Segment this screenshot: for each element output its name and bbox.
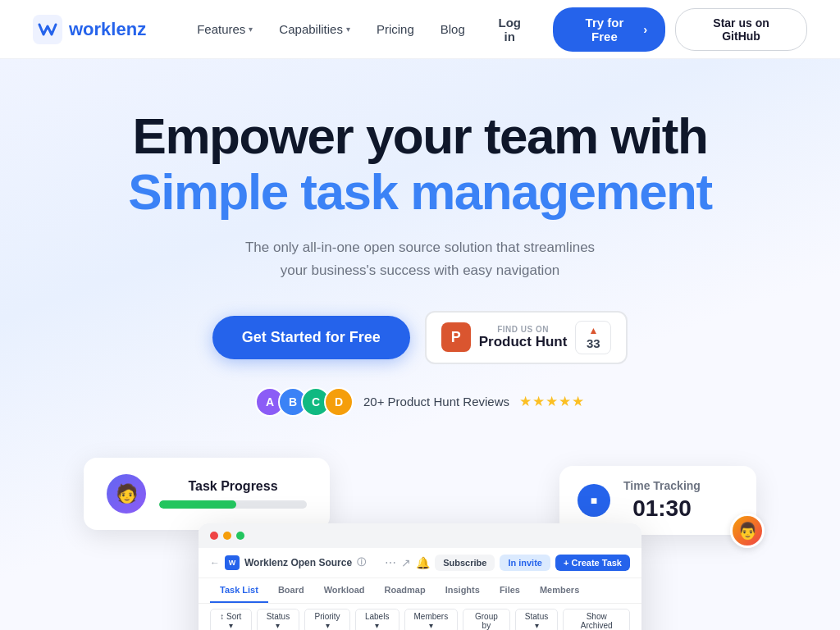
product-hunt-badge[interactable]: P FIND US ON Product Hunt ▲ 33 (425, 311, 628, 364)
tab-insights[interactable]: Insights (436, 578, 490, 603)
get-started-button[interactable]: Get Started for Free (212, 316, 410, 359)
ph-count: 33 (587, 336, 600, 350)
github-button[interactable]: Star us on GitHub (675, 8, 807, 51)
project-name: Worklenz Open Source (244, 557, 352, 568)
window-close-dot (210, 532, 218, 540)
stop-icon: ■ (591, 494, 597, 507)
logo-text-part2: lenz (111, 19, 146, 39)
members-filter[interactable]: Members ▾ (404, 609, 459, 630)
hero-title-line1: Empower your team with (133, 108, 708, 164)
tab-task-list[interactable]: Task List (210, 578, 268, 603)
time-tracking-label: Time Tracking (623, 479, 701, 492)
group-by-filter[interactable]: Group by (463, 609, 510, 630)
task-progress-card: 🧑 Task Progress (84, 458, 330, 530)
app-preview-area: 🧑 Task Progress ■ Time Tracking 01:30 👨 (84, 458, 756, 622)
nav-pricing[interactable]: Pricing (365, 16, 426, 43)
progress-bar-background (159, 500, 307, 509)
try-free-button[interactable]: Try for Free › (553, 7, 665, 52)
labels-filter[interactable]: Labels ▾ (355, 609, 399, 630)
navbar: worklenz Features ▾ Capabilities ▾ Prici… (0, 0, 840, 59)
tab-roadmap[interactable]: Roadmap (375, 578, 436, 603)
stars-rating: ★★★★★ (519, 393, 585, 410)
sort-filter[interactable]: ↕ Sort ▾ (210, 609, 252, 630)
time-tracking-value: 01:30 (623, 495, 701, 522)
window-actions: ⋯ ↗ 🔔 Subscribe In invite + Create Task (385, 555, 630, 571)
avatar: D (324, 387, 354, 417)
nav-blog[interactable]: Blog (429, 16, 477, 43)
window-titlebar (199, 523, 641, 548)
window-topbar: ← W Worklenz Open Source ⓘ ⋯ ↗ 🔔 Subscri… (199, 548, 641, 578)
progress-bar-fill (159, 500, 236, 509)
task-avatar: 🧑 (107, 474, 146, 514)
task-progress-title: Task Progress (159, 479, 307, 494)
ph-arrow-icon: ▲ (588, 325, 598, 336)
tab-board[interactable]: Board (268, 578, 314, 603)
share-icon: ↗ (401, 556, 411, 569)
tab-files[interactable]: Files (490, 578, 530, 603)
back-icon: ← (210, 557, 220, 568)
time-tracking-user-avatar: 👨 (730, 514, 765, 548)
nav-right-actions: Log in Try for Free › Star us on GitHub (477, 7, 807, 52)
nav-links: Features ▾ Capabilities ▾ Pricing Blog (185, 16, 477, 43)
window-minimize-dot (223, 532, 231, 540)
login-button[interactable]: Log in (477, 9, 543, 50)
ph-product-hunt-label: Product Hunt (479, 334, 568, 350)
project-icon: W (225, 555, 240, 570)
logo-text-part1: work (69, 19, 111, 39)
ph-find-us-text: FIND US ON (479, 325, 568, 334)
breadcrumb: ← W Worklenz Open Source ⓘ (210, 555, 378, 570)
hero-title-line2: Simple task management (128, 164, 711, 220)
invite-button[interactable]: In invite (500, 555, 550, 571)
hero-section: Empower your team with Simple task manag… (0, 59, 840, 622)
status-group-filter[interactable]: Status ▾ (515, 609, 559, 630)
cta-row: Get Started for Free P FIND US ON Produc… (212, 311, 628, 364)
more-icon: ⋯ (385, 556, 396, 569)
window-maximize-dot (236, 532, 244, 540)
nav-capabilities[interactable]: Capabilities ▾ (267, 16, 362, 43)
info-icon: ⓘ (357, 556, 366, 568)
product-hunt-logo: P (441, 322, 471, 352)
arrow-icon: › (643, 22, 647, 36)
subscribe-button[interactable]: Subscribe (435, 555, 495, 571)
ph-upvote-box[interactable]: ▲ 33 (575, 321, 611, 354)
show-archived-button[interactable]: Show Archived (563, 609, 630, 630)
create-task-button[interactable]: + Create Task (555, 555, 630, 571)
time-tracking-stop-button[interactable]: ■ (578, 484, 610, 517)
priority-filter[interactable]: Priority ▾ (304, 609, 349, 630)
logo[interactable]: worklenz (33, 15, 146, 44)
window-tabs: Task List Board Workload Roadmap Insight… (199, 578, 641, 604)
status-filter[interactable]: Status ▾ (257, 609, 300, 630)
tab-workload[interactable]: Workload (314, 578, 375, 603)
avatar-stack: A B C D (255, 387, 354, 417)
chevron-down-icon: ▾ (249, 25, 253, 34)
hero-subtitle: The only all-in-one open source solution… (245, 236, 595, 281)
toolbar-row: ↕ Sort ▾ Status ▾ Priority ▾ Labels ▾ Me… (199, 604, 641, 630)
svg-rect-0 (33, 15, 62, 44)
app-window: ← W Worklenz Open Source ⓘ ⋯ ↗ 🔔 Subscri… (199, 523, 641, 630)
window-content: ← W Worklenz Open Source ⓘ ⋯ ↗ 🔔 Subscri… (199, 548, 641, 630)
chevron-down-icon: ▾ (346, 25, 350, 34)
logo-icon (33, 15, 62, 44)
nav-features[interactable]: Features ▾ (185, 16, 264, 43)
reviews-row: A B C D 20+ Product Hunt Reviews ★★★★★ (255, 387, 585, 417)
bell-icon: 🔔 (416, 556, 430, 569)
reviews-text: 20+ Product Hunt Reviews (363, 395, 509, 409)
tab-members[interactable]: Members (530, 578, 589, 603)
